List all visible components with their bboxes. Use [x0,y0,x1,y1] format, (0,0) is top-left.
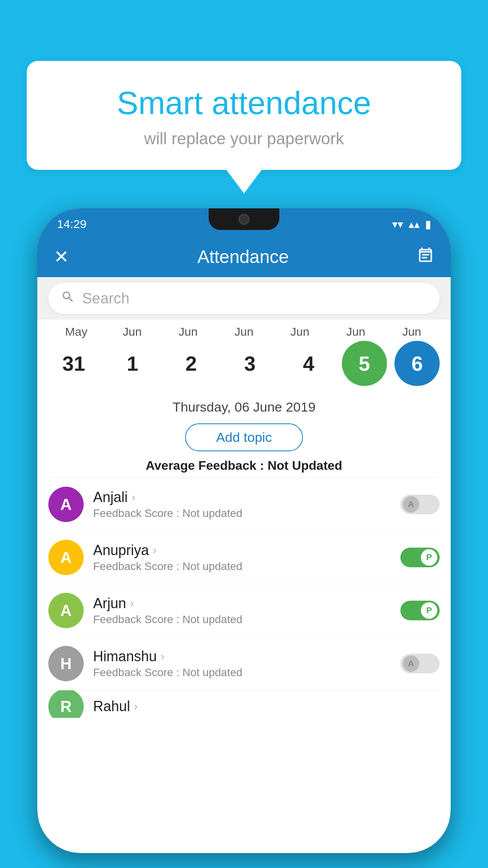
average-feedback: Average Feedback : Not Updated [37,458,451,478]
attendance-toggle-anupriya[interactable]: P [400,548,440,567]
feedback-arjun: Feedback Score : Not updated [93,613,391,626]
calendar-day-3[interactable]: 3 [224,341,275,386]
toggle-knob-himanshu: A [403,655,419,672]
speech-bubble: Smart attendance will replace your paper… [27,61,461,170]
phone-frame: 14:29 ▾▾ ▴▴ ▮ ✕ Attendance [37,208,451,853]
calendar-strip: May Jun Jun Jun Jun Jun Jun 31 1 2 3 4 5… [37,320,451,390]
feedback-anjali: Feedback Score : Not updated [93,507,391,520]
chevron-right-anjali: › [132,491,135,504]
student-item-arjun: A Arjun › Feedback Score : Not updated P [48,584,440,637]
calendar-month-5: Jun [330,325,382,338]
search-icon [61,290,75,307]
selected-date: Thursday, 06 June 2019 [37,390,451,419]
content-area: Thursday, 06 June 2019 Add topic Average… [37,390,451,718]
speech-bubble-container: Smart attendance will replace your paper… [27,61,461,193]
toggle-knob-arjun: P [421,602,437,619]
avatar-anupriya: A [48,540,84,575]
student-list: A Anjali › Feedback Score : Not updated … [37,478,451,718]
calendar-month-2: Jun [163,325,214,338]
signal-icon: ▴▴ [409,218,420,231]
status-icons: ▾▾ ▴▴ ▮ [392,218,431,231]
chevron-right-rahul: › [134,700,138,713]
search-bar-wrapper: Search [37,277,451,320]
student-name-rahul: Rahul › [93,698,440,715]
avatar-himanshu: H [48,646,84,681]
calendar-months: May Jun Jun Jun Jun Jun Jun [37,325,451,338]
avg-feedback-label: Average Feedback : [146,458,264,473]
attendance-toggle-anjali[interactable]: A [400,495,440,514]
student-info-arjun[interactable]: Arjun › Feedback Score : Not updated [93,595,391,626]
calendar-day-31[interactable]: 31 [48,341,99,386]
student-info-rahul[interactable]: Rahul › [93,698,440,715]
toggle-knob-anupriya: P [421,549,437,566]
student-item-rahul: R Rahul › [48,690,440,718]
app-bar: ✕ Attendance [37,236,451,277]
feedback-anupriya: Feedback Score : Not updated [93,560,391,573]
search-bar[interactable]: Search [48,283,440,314]
student-info-himanshu[interactable]: Himanshu › Feedback Score : Not updated [93,648,391,679]
speech-bubble-tail [226,170,262,193]
avg-feedback-value: Not Updated [268,458,342,473]
calendar-icon[interactable] [417,246,434,267]
calendar-month-3: Jun [218,325,270,338]
calendar-month-6: Jun [386,325,437,338]
chevron-right-himanshu: › [161,650,164,663]
calendar-days: 31 1 2 3 4 5 6 [37,341,451,386]
avatar-rahul: R [48,690,84,718]
phone-notch [209,208,279,230]
wifi-icon: ▾▾ [392,218,403,231]
attendance-toggle-arjun[interactable]: P [400,601,440,620]
phone-screen: 14:29 ▾▾ ▴▴ ▮ ✕ Attendance [37,208,451,853]
calendar-day-1[interactable]: 1 [107,341,158,386]
student-item-anupriya: A Anupriya › Feedback Score : Not update… [48,531,440,584]
speech-bubble-title: Smart attendance [46,85,442,121]
calendar-month-4: Jun [274,325,325,338]
close-button[interactable]: ✕ [54,246,69,267]
student-item-himanshu: H Himanshu › Feedback Score : Not update… [48,637,440,690]
toggle-knob-anjali: A [403,496,419,513]
student-name-anupriya: Anupriya › [93,542,391,559]
calendar-month-1: Jun [106,325,158,338]
calendar-day-4[interactable]: 4 [283,341,334,386]
student-name-anjali: Anjali › [93,489,391,506]
calendar-day-5[interactable]: 5 [342,341,387,386]
search-placeholder: Search [82,290,427,307]
chevron-right-arjun: › [130,597,134,610]
avatar-arjun: A [48,593,84,628]
avatar-anjali: A [48,487,84,522]
calendar-day-6[interactable]: 6 [394,341,440,386]
chevron-right-anupriya: › [153,544,156,557]
student-info-anupriya[interactable]: Anupriya › Feedback Score : Not updated [93,542,391,573]
student-item-anjali: A Anjali › Feedback Score : Not updated … [48,478,440,531]
feedback-himanshu: Feedback Score : Not updated [93,666,391,679]
app-bar-title: Attendance [197,246,289,267]
battery-icon: ▮ [425,218,431,231]
add-topic-button[interactable]: Add topic [185,423,303,451]
calendar-day-2[interactable]: 2 [166,341,217,386]
speech-bubble-subtitle: will replace your paperwork [46,129,442,148]
student-name-arjun: Arjun › [93,595,391,612]
student-name-himanshu: Himanshu › [93,648,391,665]
phone-camera [238,214,250,225]
status-time: 14:29 [57,217,86,231]
calendar-month-0: May [51,325,102,338]
attendance-toggle-himanshu[interactable]: A [400,654,440,673]
student-info-anjali[interactable]: Anjali › Feedback Score : Not updated [93,489,391,520]
